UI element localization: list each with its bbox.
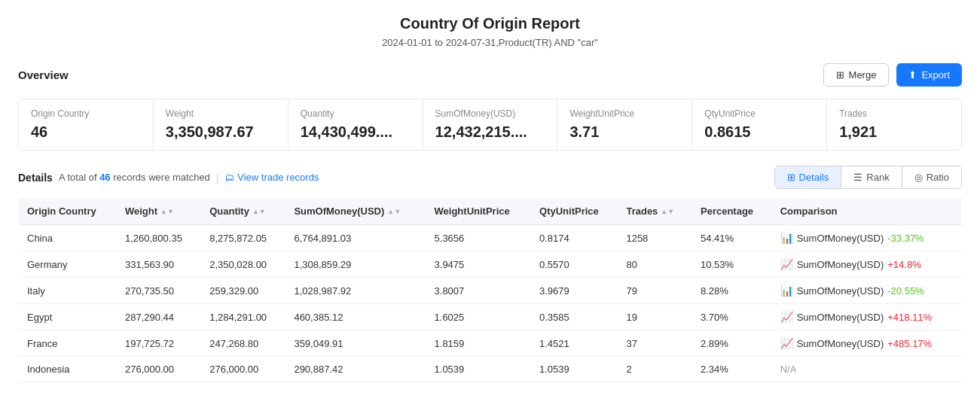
summary-cards: Origin Country 46 Weight 3,350,987.67 Qu… bbox=[18, 99, 962, 151]
view-records-link[interactable]: 🗂 View trade records bbox=[224, 172, 319, 183]
comparison-cell: 📈 SumOfMoney(USD) +418.11% bbox=[780, 311, 953, 323]
col-header-quantity[interactable]: Quantity▲▼ bbox=[200, 198, 285, 225]
comparison-icon: 📊 bbox=[780, 285, 793, 297]
comparison-label: SumOfMoney(USD) bbox=[797, 259, 884, 270]
comparison-cell: 📈 SumOfMoney(USD) +485.17% bbox=[780, 337, 953, 349]
export-button[interactable]: ⬆ Export bbox=[896, 63, 962, 87]
cell-weight: 197,725.72 bbox=[116, 330, 200, 357]
details-count-text: A total of 46 records were matched bbox=[59, 172, 210, 183]
comparison-label: SumOfMoney(USD) bbox=[797, 285, 884, 297]
cell-comparison: 📈 SumOfMoney(USD) +485.17% bbox=[771, 330, 962, 357]
comparison-value: +485.17% bbox=[887, 338, 932, 349]
page-header: Country Of Origin Report 2024-01-01 to 2… bbox=[18, 15, 962, 48]
summary-card-label: Origin Country bbox=[31, 108, 141, 119]
cell-origin_country: Indonesia bbox=[18, 357, 116, 382]
col-header-comparison: Comparison bbox=[771, 198, 962, 225]
comparison-value: +14.8% bbox=[887, 259, 920, 270]
tab-label: Ratio bbox=[927, 172, 949, 183]
page-subtitle: 2024-01-01 to 2024-07-31,Product(TR) AND… bbox=[18, 37, 962, 48]
cell-weight: 1,260,800.35 bbox=[116, 225, 200, 251]
cell-weight: 270,735.50 bbox=[116, 278, 200, 304]
cell-weight_unit_price: 5.3656 bbox=[426, 225, 530, 251]
summary-card: Trades 1,921 bbox=[827, 99, 961, 150]
toolbar: Overview ⊞ Merge ⬆ Export bbox=[18, 63, 962, 87]
summary-card: QtyUnitPrice 0.8615 bbox=[692, 99, 827, 150]
cell-origin_country: China bbox=[18, 225, 116, 251]
table-row: Indonesia276,000.00276,000.00290,887.421… bbox=[18, 357, 962, 382]
summary-card-label: QtyUnitPrice bbox=[704, 108, 814, 119]
cell-qty_unit_price: 0.3585 bbox=[530, 304, 617, 330]
comparison-cell: 📈 SumOfMoney(USD) +14.8% bbox=[780, 258, 953, 270]
cell-comparison: 📊 SumOfMoney(USD) -33.37% bbox=[771, 225, 962, 251]
comparison-cell: 📊 SumOfMoney(USD) -20.55% bbox=[780, 285, 953, 297]
cell-quantity: 259,329.00 bbox=[200, 278, 285, 304]
cell-quantity: 276,000.00 bbox=[200, 357, 285, 382]
cell-percentage: 10.53% bbox=[691, 251, 771, 278]
cell-comparison: 📈 SumOfMoney(USD) +14.8% bbox=[771, 251, 962, 278]
sort-icon: ▲▼ bbox=[387, 209, 401, 215]
summary-card-label: WeightUnitPrice bbox=[569, 108, 679, 119]
tab-icon: ◎ bbox=[914, 172, 923, 183]
summary-card-label: SumOfMoney(USD) bbox=[435, 108, 545, 119]
comparison-icon: 📈 bbox=[780, 337, 793, 349]
merge-icon: ⊞ bbox=[836, 69, 844, 81]
cell-qty_unit_price: 0.8174 bbox=[530, 225, 617, 251]
summary-card: WeightUnitPrice 3.71 bbox=[557, 99, 692, 150]
cell-origin_country: Italy bbox=[18, 278, 116, 304]
cell-origin_country: France bbox=[18, 330, 116, 357]
details-header: Details A total of 46 records were match… bbox=[18, 166, 962, 189]
col-header-qty_unit_price: QtyUnitPrice bbox=[530, 198, 617, 225]
table-row: Germany331,563.902,350,028.001,308,859.2… bbox=[18, 251, 962, 278]
cell-quantity: 8,275,872.05 bbox=[200, 225, 285, 251]
cell-comparison: 📊 SumOfMoney(USD) -20.55% bbox=[771, 278, 962, 304]
cell-percentage: 54.41% bbox=[691, 225, 771, 251]
cell-sum_of_money: 6,764,891.03 bbox=[285, 225, 425, 251]
toolbar-buttons: ⊞ Merge ⬆ Export bbox=[823, 63, 962, 87]
cell-weight_unit_price: 1.0539 bbox=[426, 357, 530, 382]
col-header-percentage: Percentage bbox=[691, 198, 771, 225]
cell-quantity: 2,350,028.00 bbox=[200, 251, 285, 278]
tab-details[interactable]: ⊞Details bbox=[775, 166, 842, 188]
table-row: Egypt287,290.441,284,291.00460,385.121.6… bbox=[18, 304, 962, 330]
sort-icon: ▲▼ bbox=[160, 209, 174, 215]
cell-percentage: 2.89% bbox=[691, 330, 771, 357]
summary-card-label: Weight bbox=[166, 108, 276, 119]
summary-card-value: 3,350,987.67 bbox=[166, 123, 276, 141]
comparison-label: SumOfMoney(USD) bbox=[797, 338, 884, 349]
data-table: Origin CountryWeight▲▼Quantity▲▼SumOfMon… bbox=[18, 198, 962, 382]
comparison-label: SumOfMoney(USD) bbox=[797, 233, 884, 244]
cell-trades: 37 bbox=[617, 330, 691, 357]
cell-trades: 2 bbox=[617, 357, 691, 382]
col-header-weight_unit_price: WeightUnitPrice bbox=[426, 198, 530, 225]
summary-card: Quantity 14,430,499.... bbox=[289, 99, 423, 150]
cell-weight: 331,563.90 bbox=[116, 251, 200, 278]
comparison-value: +418.11% bbox=[887, 312, 932, 323]
summary-card: Weight 3,350,987.67 bbox=[154, 99, 289, 150]
merge-button[interactable]: ⊞ Merge bbox=[823, 63, 890, 87]
summary-card-value: 3.71 bbox=[569, 123, 679, 141]
tab-label: Rank bbox=[866, 172, 889, 183]
cell-comparison: 📈 SumOfMoney(USD) +418.11% bbox=[771, 304, 962, 330]
col-header-weight[interactable]: Weight▲▼ bbox=[116, 198, 200, 225]
table-row: Italy270,735.50259,329.001,028,987.923.8… bbox=[18, 278, 962, 304]
col-header-sum_of_money[interactable]: SumOfMoney(USD)▲▼ bbox=[285, 198, 425, 225]
cell-weight: 276,000.00 bbox=[116, 357, 200, 382]
summary-card-value: 14,430,499.... bbox=[301, 123, 411, 141]
details-prefix: A total of bbox=[59, 172, 97, 183]
cell-sum_of_money: 460,385.12 bbox=[285, 304, 425, 330]
cell-sum_of_money: 1,028,987.92 bbox=[285, 278, 425, 304]
col-header-trades[interactable]: Trades▲▼ bbox=[617, 198, 691, 225]
cell-percentage: 3.70% bbox=[691, 304, 771, 330]
cell-weight: 287,290.44 bbox=[116, 304, 200, 330]
cell-weight_unit_price: 3.8007 bbox=[426, 278, 530, 304]
cell-sum_of_money: 290,887.42 bbox=[285, 357, 425, 382]
cell-sum_of_money: 359,049.91 bbox=[285, 330, 425, 357]
comparison-value: -20.55% bbox=[887, 285, 924, 297]
cell-weight_unit_price: 1.6025 bbox=[426, 304, 530, 330]
tab-ratio[interactable]: ◎Ratio bbox=[902, 166, 961, 188]
tab-rank[interactable]: ☰Rank bbox=[841, 166, 902, 188]
cell-quantity: 1,284,291.00 bbox=[200, 304, 285, 330]
col-header-origin_country: Origin Country bbox=[18, 198, 116, 225]
comparison-na: N/A bbox=[780, 364, 797, 375]
summary-card: Origin Country 46 bbox=[19, 99, 154, 150]
